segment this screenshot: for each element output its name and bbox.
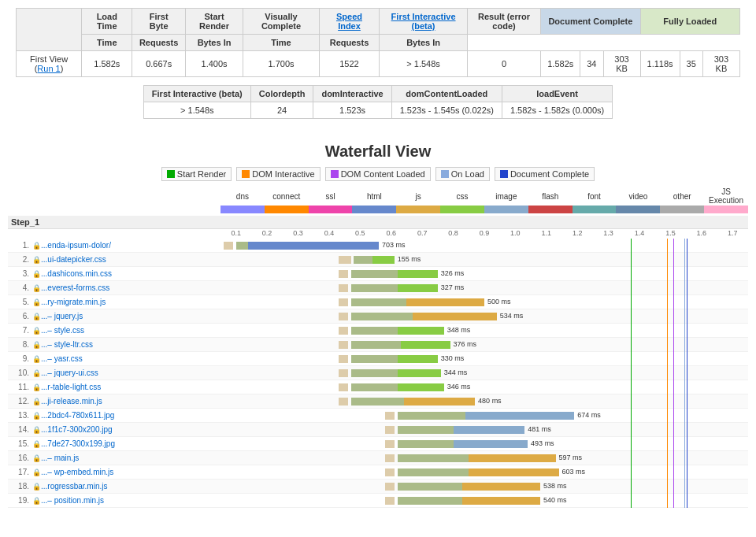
table-row[interactable]: 2.🔒...ui-datepicker.css155 ms <box>8 253 748 267</box>
row-url[interactable]: ...– wp-embed.min.js <box>41 468 220 476</box>
dom-interactive-vline <box>667 366 668 380</box>
sec-fi-header: First Interactive (beta) <box>143 86 250 102</box>
start-render-vline <box>631 338 632 352</box>
duration-label: 155 ms <box>398 255 421 263</box>
image-label: image <box>484 192 528 201</box>
row-url[interactable]: ...enda-ipsum-dolor/ <box>41 241 220 250</box>
table-row[interactable]: 5.🔒...ry-migrate.min.js500 ms <box>8 295 748 309</box>
row-url[interactable]: ...– style.css <box>41 326 220 335</box>
fi-link[interactable]: First Interactive (beta) <box>391 12 456 31</box>
row-url[interactable]: ...– main.js <box>41 454 220 462</box>
dom-content-loaded-vline <box>673 267 674 281</box>
ttfb-bar <box>398 426 454 434</box>
table-row[interactable]: 7.🔒...– style.css348 ms <box>8 324 748 338</box>
run-link[interactable]: Run 1 <box>37 64 60 73</box>
recv-bar <box>372 256 395 264</box>
table-row[interactable]: 17.🔒...– wp-embed.min.js603 ms <box>8 465 748 480</box>
load-time-header: Load Time <box>82 9 132 35</box>
table-row[interactable]: 6.🔒...– jquery.js534 ms <box>8 309 748 324</box>
jsexec-label: JS Execution <box>704 187 748 205</box>
lock-icon: 🔒 <box>32 327 41 335</box>
dc-requests-value: 34 <box>580 51 603 77</box>
row-url[interactable]: ...7de27-300x199.jpg <box>41 439 220 448</box>
table-row[interactable]: 1.🔒...enda-ipsum-dolor/703 ms <box>8 239 748 253</box>
table-row[interactable]: 13.🔒...2bdc4-780x611.jpg674 ms <box>8 409 748 423</box>
css-color-bar <box>440 206 484 213</box>
wait-bar <box>385 412 395 420</box>
row-url[interactable]: ...– jquery-ui.css <box>41 368 220 377</box>
on-load-vline <box>684 324 685 338</box>
row-url[interactable]: ...r-table-light.css <box>41 383 220 391</box>
row-url[interactable]: ...1f1c7-300x200.jpg <box>41 425 220 434</box>
row-url[interactable]: ...dashicons.min.css <box>41 269 220 278</box>
row-number: 16. <box>8 454 32 462</box>
doc-complete-group-header: Document Complete <box>541 9 640 35</box>
start-render-legend-label: Start Render <box>177 169 226 179</box>
dom-content-loaded-vline <box>673 394 674 409</box>
row-url[interactable]: ...– yasr.css <box>41 354 220 363</box>
duration-label: 480 ms <box>478 397 502 405</box>
css-label: css <box>440 192 484 201</box>
wait-bar <box>339 313 348 320</box>
duration-label: 500 ms <box>487 298 511 306</box>
duration-label: 538 ms <box>543 482 567 490</box>
row-url[interactable]: ...ry-migrate.min.js <box>41 298 220 306</box>
table-row[interactable]: 18.🔒...rogressbar.min.js538 ms <box>8 480 748 494</box>
dom-interactive-vline <box>667 423 668 437</box>
duration-label: 534 ms <box>500 312 524 320</box>
table-row[interactable]: 11.🔒...r-table-light.css346 ms <box>8 380 748 394</box>
axis-0.1: 0.1 <box>220 229 251 237</box>
sec-colordepth-header: Colordepth <box>250 86 313 102</box>
table-row[interactable]: 12.🔒...ji-release.min.js480 ms <box>8 394 748 409</box>
start-render-vline <box>631 267 632 281</box>
row-number: 6. <box>8 312 32 320</box>
table-row[interactable]: 19.🔒...– position.min.js540 ms <box>8 494 748 508</box>
ssl-color-bar <box>309 206 353 213</box>
jsexec-color-bar <box>704 206 748 213</box>
js-color-bar <box>396 206 440 213</box>
start-render-value: 1.400s <box>185 51 243 77</box>
row-url[interactable]: ...rogressbar.min.js <box>41 482 220 491</box>
row-url[interactable]: ...ui-datepicker.css <box>41 255 220 264</box>
recv-bar <box>469 454 555 462</box>
start-render-dot <box>167 170 175 178</box>
doc-complete-vline <box>687 253 687 267</box>
doc-complete-vline <box>687 451 687 465</box>
row-url[interactable]: ...– position.min.js <box>41 496 220 505</box>
table-row[interactable]: 4.🔒...everest-forms.css327 ms <box>8 281 748 295</box>
row-url[interactable]: ...– style-ltr.css <box>41 340 220 349</box>
speed-index-link[interactable]: Speed Index <box>336 12 362 31</box>
table-row[interactable]: 8.🔒...– style-ltr.css376 ms <box>8 338 748 352</box>
table-row[interactable]: 9.🔒...– yasr.css330 ms <box>8 352 748 366</box>
row-url[interactable]: ...ji-release.min.js <box>41 397 220 406</box>
table-row[interactable]: 10.🔒...– jquery-ui.css344 ms <box>8 366 748 380</box>
dom-interactive-vline <box>667 437 668 451</box>
dom-interactive-vline <box>667 338 668 352</box>
table-row[interactable]: 3.🔒...dashicons.min.css326 ms <box>8 267 748 281</box>
recv-bar <box>406 298 484 306</box>
start-render-vline <box>631 451 632 465</box>
doc-complete-vline <box>687 494 687 508</box>
recv-bar <box>398 270 438 278</box>
row-timeline: 500 ms <box>220 295 748 309</box>
ttfb-bar <box>398 483 463 491</box>
row-timeline: 348 ms <box>220 324 748 338</box>
table-row[interactable]: 15.🔒...7de27-300x199.jpg493 ms <box>8 437 748 451</box>
axis-0.2: 0.2 <box>251 229 282 237</box>
first-view-cell <box>17 9 82 51</box>
axis-0.4: 0.4 <box>313 229 344 237</box>
on-load-vline <box>684 409 685 423</box>
duration-label: 597 ms <box>559 454 583 461</box>
dom-interactive-vline <box>667 281 668 295</box>
row-url[interactable]: ...– jquery.js <box>41 312 220 320</box>
dom-interactive-legend-label: DOM Interactive <box>252 169 314 179</box>
ttfb-bar <box>398 468 469 476</box>
lock-icon: 🔒 <box>32 497 41 505</box>
ttfb-bar <box>351 284 398 292</box>
table-row[interactable]: 14.🔒...1f1c7-300x200.jpg481 ms <box>8 423 748 437</box>
dom-content-loaded-vline <box>673 380 674 394</box>
row-url[interactable]: ...2bdc4-780x611.jpg <box>41 411 220 420</box>
table-row[interactable]: 16.🔒...– main.js597 ms <box>8 451 748 465</box>
row-url[interactable]: ...everest-forms.css <box>41 283 220 292</box>
on-load-vline <box>684 338 685 352</box>
